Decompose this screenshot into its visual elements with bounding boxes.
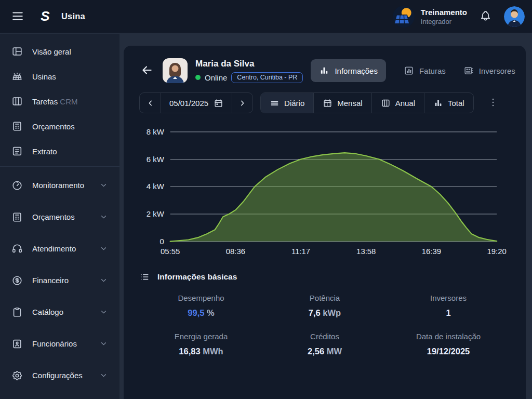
bars-icon: [319, 65, 329, 76]
headset-icon: [11, 243, 23, 255]
chev-down-icon: [99, 308, 108, 316]
client-avatar: [163, 58, 188, 83]
sidebar-item-label: Visão geral: [32, 47, 71, 56]
bars-icon: [433, 98, 443, 108]
org-role: Integrador: [421, 18, 467, 25]
columns-icon: [381, 98, 391, 108]
sidebar-item-monitoramento[interactable]: Monitoramento: [0, 169, 119, 201]
sidebar-item-label: Orçamentos: [32, 122, 75, 131]
client-status-row: Online Centro, Curitiba - PR: [195, 72, 303, 83]
solar-panel-icon: [11, 71, 23, 82]
sidebar-item-configuracoes[interactable]: Configurações: [0, 360, 119, 391]
stat-label: Inversores: [387, 294, 510, 302]
basic-info-grid: Desempenho99,5 %Potência7,6 kWpInversore…: [139, 294, 510, 356]
menu-lines-icon: [270, 98, 280, 108]
chev-down-icon: [99, 339, 108, 348]
stat-value: 2,56 MW: [263, 347, 387, 356]
period-label: Anual: [395, 99, 415, 108]
sidebar-item-orcamentos[interactable]: Orçamentos: [0, 201, 119, 233]
sidebar-item-label: Extrato: [32, 147, 57, 156]
sidebar-item-catalogo[interactable]: Catálogo: [0, 296, 119, 328]
sidebar-item-label: Orçamentos: [32, 212, 75, 221]
stat-data-de-instalacao: Data de instalação19/12/2025: [387, 332, 510, 356]
sidebar-item-label: Atendimento: [32, 244, 76, 253]
next-day-button[interactable]: [232, 93, 252, 113]
solar-org-icon: [393, 6, 415, 28]
selected-date: 05/01/2025: [169, 99, 208, 108]
basic-info-header: Informações básicas: [139, 272, 510, 282]
topbar-right: Treinamento Integrador: [393, 6, 525, 28]
chevron-left-icon: [146, 99, 155, 108]
stat-label: Data de instalação: [387, 332, 510, 341]
stat-value: 7,6 kWp: [263, 308, 387, 318]
settings-icon: [11, 370, 23, 381]
org-switcher[interactable]: Treinamento Integrador: [393, 6, 467, 28]
brand: S Usina: [36, 8, 85, 25]
calculator-icon: [11, 211, 23, 223]
hamburger-menu-icon[interactable]: [10, 9, 25, 24]
more-options-button[interactable]: [484, 92, 498, 113]
back-button[interactable]: [139, 63, 155, 78]
previous-day-button[interactable]: [140, 93, 161, 113]
basic-info-title: Informações básicas: [157, 272, 237, 282]
svg-text:S: S: [41, 8, 50, 24]
sidebar-item-orcamentos[interactable]: Orçamentos: [0, 114, 119, 139]
tab-faturas[interactable]: Faturas: [404, 59, 446, 82]
client-detail-card: Maria da Silva Online Centro, Curitiba -…: [124, 46, 526, 399]
stat-label: Créditos: [263, 332, 387, 341]
stat-value: 99,5 %: [139, 308, 263, 318]
sidebar-item-extrato[interactable]: Extrato: [0, 139, 119, 164]
org-name: Treinamento: [421, 8, 467, 17]
generation-chart: 02 kW4 kW6 kW8 kW05:5508:3611:1713:5816:…: [139, 121, 510, 259]
period-toggle: DiárioMensalAnualTotal: [260, 92, 474, 113]
dashboard-icon: [11, 46, 23, 57]
chev-down-icon: [99, 181, 108, 190]
list-icon: [139, 272, 150, 282]
user-avatar[interactable]: [504, 6, 525, 27]
chev-down-icon: [99, 212, 108, 221]
sidebar-item-label: Monitoramento: [32, 181, 84, 190]
tab-label: Faturas: [419, 66, 446, 75]
sidebar-item-usinas[interactable]: Usinas: [0, 64, 119, 89]
arrow-left-icon: [140, 63, 154, 77]
period-anual-button[interactable]: Anual: [371, 93, 424, 113]
date-picker-button[interactable]: 05/01/2025: [161, 93, 232, 113]
x-axis-tick: 16:39: [422, 247, 441, 256]
location-badge: Centro, Curitiba - PR: [231, 72, 303, 83]
chart-box-icon: [404, 65, 414, 76]
topbar: S Usina Treinamento Integrador: [0, 0, 532, 33]
sidebar-item-atendimento[interactable]: Atendimento: [0, 233, 119, 264]
x-axis-tick: 05:55: [161, 247, 180, 256]
stat-value: 1: [387, 308, 510, 318]
sidebar-item-visao-geral[interactable]: Visão geral: [0, 39, 119, 64]
sidebar-item-financeiro[interactable]: Financeiro: [0, 264, 119, 296]
tab-label: Informações: [335, 66, 378, 75]
sidebar: Visão geralUsinasTarefas CRMOrçamentosEx…: [0, 34, 119, 399]
tab-informacoes[interactable]: Informações: [311, 59, 386, 82]
sidebar-divider: [0, 166, 119, 167]
sidebar-item-label: Funcionários: [32, 339, 77, 348]
stat-label: Potência: [263, 294, 387, 302]
client-header: Maria da Silva Online Centro, Curitiba -…: [139, 58, 510, 83]
sidebar-item-funcionarios[interactable]: Funcionários: [0, 328, 119, 360]
calendar-icon: [214, 98, 223, 108]
sidebar-item-label: Catálogo: [32, 308, 63, 316]
x-axis-tick: 19:20: [487, 247, 506, 256]
period-label: Mensal: [337, 99, 362, 108]
period-mensal-button[interactable]: Mensal: [313, 93, 371, 113]
chev-down-icon: [99, 371, 108, 380]
sidebar-item-label: Financeiro: [32, 276, 69, 285]
bell-icon: [480, 10, 491, 22]
list-details-icon: [11, 145, 23, 157]
tab-inversores[interactable]: Inversores: [463, 59, 515, 82]
period-total-button[interactable]: Total: [424, 93, 473, 113]
y-axis-tick: 4 kW: [147, 182, 165, 191]
period-diario-button[interactable]: Diário: [261, 93, 313, 113]
x-axis-tick: 11:17: [291, 247, 310, 256]
profile-tabs: InformaçõesFaturasInversores: [311, 59, 515, 82]
area-fill: [170, 153, 497, 242]
client-identity: Maria da Silva Online Centro, Curitiba -…: [195, 59, 303, 83]
sidebar-item-tarefas[interactable]: Tarefas CRM: [0, 89, 119, 114]
x-axis-tick: 13:58: [356, 247, 376, 256]
notifications-button[interactable]: [480, 10, 491, 23]
